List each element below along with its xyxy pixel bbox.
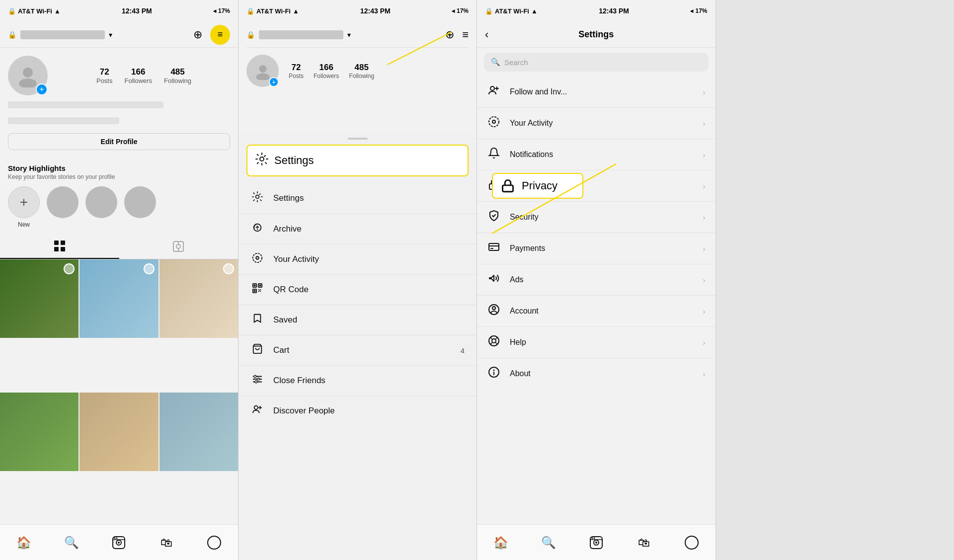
story-highlights-subtitle: Keep your favorite stories on your profi…: [8, 173, 230, 180]
person-circle-svg: [488, 304, 500, 316]
menu-item-discover[interactable]: Discover People: [238, 396, 477, 426]
story-highlights-title: Story Highlights: [8, 164, 230, 172]
lock-icon-status: 🔒: [8, 7, 16, 15]
signal-icon-2: ◂: [452, 7, 455, 14]
search-bar[interactable]: 🔍 Search: [484, 53, 709, 72]
followers-stat: 166 Followers: [124, 67, 152, 84]
svg-rect-33: [258, 291, 259, 292]
stats-row: 72 Posts 166 Followers 485 Following: [58, 67, 230, 84]
lock-icon-status-2: 🔒: [246, 7, 254, 15]
menu-item-saved[interactable]: Saved: [238, 305, 477, 335]
add-story-icon[interactable]: +: [36, 83, 48, 95]
menu-label-activity: Your Activity: [273, 254, 319, 264]
privacy-highlight-box: Privacy: [492, 173, 583, 199]
bottom-nav-1: 🏠 🔍 🛍: [0, 524, 238, 560]
svg-point-57: [492, 307, 495, 310]
status-right-2: ◂ 17%: [452, 7, 469, 14]
settings-item-privacy[interactable]: Privacy › Privacy: [477, 170, 716, 202]
back-button[interactable]: ‹: [485, 28, 488, 41]
bell-svg: [488, 147, 500, 159]
add-icon-2[interactable]: ⊕: [445, 28, 454, 41]
highlight-3[interactable]: [124, 186, 156, 228]
settings-item-help[interactable]: Help ›: [477, 327, 716, 358]
add-story-icon-2[interactable]: +: [269, 77, 279, 87]
avatar-wrap: +: [8, 56, 48, 95]
new-story-label: New: [18, 221, 30, 228]
home-nav-icon[interactable]: 🏠: [13, 532, 35, 554]
highlight-circle-1[interactable]: [47, 186, 79, 218]
profile-nav-icon[interactable]: [203, 532, 225, 554]
highlight-2[interactable]: [85, 186, 117, 228]
grid-cell-3[interactable]: [159, 259, 238, 338]
lock-icon-status-3: 🔒: [485, 7, 493, 15]
grid-cell-4[interactable]: [0, 393, 79, 471]
grid-tab[interactable]: [0, 234, 119, 259]
profile-nav-bar: 🔒 ▾ ⊕ ≡: [0, 22, 238, 48]
bio-line2: [8, 117, 119, 124]
reels-nav-icon[interactable]: [108, 532, 130, 554]
nav-left: 🔒 ▾: [8, 30, 112, 39]
new-story-item[interactable]: + New: [8, 186, 40, 228]
chevron-payments: ›: [703, 244, 706, 253]
highlight-circle-3[interactable]: [124, 186, 156, 218]
settings-title: Settings: [274, 154, 314, 167]
carrier-3: AT&T Wi-Fi: [495, 7, 529, 15]
grid-cell-6[interactable]: [159, 393, 238, 471]
settings-item-activity[interactable]: Your Activity ›: [477, 108, 716, 139]
svg-point-15: [116, 537, 118, 539]
profile-header: + 72 Posts 166 Followers 485 Following: [0, 48, 238, 158]
gear-icon: [255, 153, 268, 168]
settings-item-account[interactable]: Account ›: [477, 296, 716, 327]
settings-item-payments[interactable]: Payments ›: [477, 233, 716, 264]
phone-settings: 🔒 AT&T Wi-Fi ▲ 12:43 PM ◂ 17% ‹ Settings…: [477, 0, 716, 560]
menu-icon-2[interactable]: ≡: [462, 28, 469, 41]
archive-icon: [250, 222, 264, 236]
wifi-icon-3: ▲: [531, 7, 538, 15]
status-bar-3: 🔒 AT&T Wi-Fi ▲ 12:43 PM ◂ 17%: [477, 0, 716, 22]
shop-nav-icon-3[interactable]: 🛍: [633, 532, 655, 554]
add-post-icon[interactable]: ⊕: [193, 28, 202, 41]
profile-nav-icon-3[interactable]: [681, 532, 703, 554]
tagged-tab[interactable]: [119, 234, 238, 259]
svg-point-18: [256, 73, 269, 80]
chevron-down-icon[interactable]: ▾: [109, 31, 112, 39]
home-nav-icon-3[interactable]: 🏠: [490, 532, 512, 554]
status-right-1: ◂ 17%: [213, 7, 230, 14]
settings-item-notifications[interactable]: Notifications ›: [477, 139, 716, 170]
grid-cell-2[interactable]: [80, 259, 158, 338]
hamburger-icon[interactable]: ≡: [210, 25, 230, 45]
menu-item-settings[interactable]: Settings: [238, 183, 477, 214]
settings-item-follow[interactable]: Follow and Inv... ›: [477, 77, 716, 108]
svg-point-43: [254, 406, 258, 409]
grid-cell-5[interactable]: [80, 393, 158, 471]
shop-nav-icon[interactable]: 🛍: [156, 532, 177, 554]
search-nav-icon-3[interactable]: 🔍: [538, 532, 559, 554]
new-story-circle[interactable]: +: [8, 186, 40, 218]
person-icon-2: [254, 62, 272, 80]
menu-label-archive: Archive: [273, 224, 302, 234]
status-bar-2: 🔒 AT&T Wi-Fi ▲ 12:43 PM ◂ 17%: [238, 0, 477, 22]
profile-circle-icon-3: [685, 536, 699, 550]
menu-item-qr[interactable]: QR Code: [238, 275, 477, 305]
status-bar-1: 🔒 AT&T Wi-Fi ▲ 12:43 PM ◂ 17%: [0, 0, 238, 22]
menu-item-activity[interactable]: Your Activity: [238, 244, 477, 275]
menu-label-cart: Cart: [273, 345, 289, 355]
menu-item-cart[interactable]: Cart 4: [238, 335, 477, 366]
notifications-icon: [487, 147, 501, 162]
settings-item-about[interactable]: About ›: [477, 358, 716, 389]
menu-item-close-friends[interactable]: Close Friends: [238, 366, 477, 396]
settings-item-security[interactable]: Security ›: [477, 202, 716, 233]
svg-point-59: [492, 339, 496, 343]
grid-cell-1[interactable]: [0, 259, 79, 338]
phone-menu: 🔒 AT&T Wi-Fi ▲ 12:43 PM ◂ 17% 🔒 ▾ ⊕ ≡: [238, 0, 477, 560]
search-nav-icon[interactable]: 🔍: [61, 532, 82, 554]
reels-nav-icon-3[interactable]: [585, 532, 607, 554]
menu-item-archive[interactable]: Archive: [238, 214, 477, 244]
svg-rect-30: [254, 290, 256, 292]
svg-point-24: [256, 256, 259, 259]
edit-profile-button[interactable]: Edit Profile: [8, 133, 230, 150]
highlight-circle-2[interactable]: [85, 186, 117, 218]
status-left-3: 🔒 AT&T Wi-Fi ▲: [485, 7, 538, 15]
highlight-1[interactable]: [47, 186, 79, 228]
settings-item-ads[interactable]: Ads ›: [477, 264, 716, 296]
